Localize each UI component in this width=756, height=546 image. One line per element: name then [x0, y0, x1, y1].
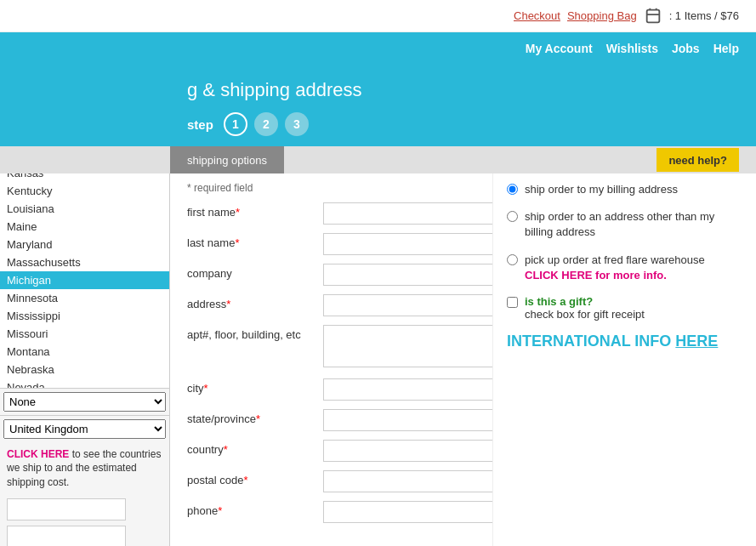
postal-input-wrap [323, 470, 492, 492]
first-name-input[interactable] [323, 202, 492, 225]
state-list-scroll[interactable]: CaliforniaColoradoConnecticutDelawareDis… [0, 173, 169, 388]
country-dropdown[interactable]: United Kingdom United States Canada Aust… [3, 419, 166, 439]
click-here-text: CLICK HERE to see the countries we ship … [0, 442, 169, 495]
svg-rect-0 [646, 9, 659, 22]
gift-heading: is this a gift? [525, 295, 645, 308]
first-name-label: first name* [187, 202, 323, 219]
radio-other-label: ship order to an address other than my b… [525, 209, 742, 240]
state-input-wrap [323, 409, 492, 431]
first-name-input-wrap [323, 202, 492, 225]
state-list-item[interactable]: Massachusetts [0, 253, 169, 271]
gift-checkbox[interactable] [507, 297, 518, 308]
gift-sub: check box for gift receipt [525, 308, 645, 321]
radio-other[interactable] [507, 211, 518, 222]
country-input[interactable] [323, 440, 492, 462]
click-here-shipping-link[interactable]: CLICK HERE [7, 448, 69, 460]
state-list-item[interactable]: Nevada [0, 378, 169, 388]
cart-icon [644, 7, 662, 26]
form-row-country: country* [187, 440, 475, 462]
phone-input[interactable] [323, 501, 492, 523]
tab-shipping[interactable]: shipping options [170, 146, 284, 173]
steps-bar: step 1 2 3 [0, 112, 756, 146]
last-name-input-wrap [323, 233, 492, 255]
state-list-item[interactable]: Minnesota [0, 289, 169, 307]
pickup-text: pick up order at fred flare warehouse [525, 253, 705, 266]
form-row-phone: phone* [187, 501, 475, 523]
address-label: address* [187, 294, 323, 310]
address-input-wrap [323, 294, 492, 316]
state-list: CaliforniaColoradoConnecticutDelawareDis… [0, 173, 169, 388]
state-list-item[interactable]: Kansas [0, 173, 169, 182]
gift-label: is this a gift? check box for gift recei… [525, 295, 645, 321]
address-input[interactable] [323, 294, 492, 316]
phone-input-left[interactable] [7, 526, 126, 546]
page-title-bar: g & shipping address [0, 65, 756, 112]
need-help-button[interactable]: need help? [657, 148, 739, 172]
postal-input[interactable] [323, 470, 492, 492]
company-label: company [187, 264, 323, 280]
state-list-item[interactable]: Missouri [0, 325, 169, 343]
state-label: state/province* [187, 409, 323, 425]
radio-pickup-label: pick up order at fred flare warehouse CL… [525, 253, 705, 283]
state-list-item[interactable]: Louisiana [0, 200, 169, 218]
form-row-state: state/province* [187, 409, 475, 431]
tab-bar: shipping options need help? [0, 146, 756, 173]
step-label: step [187, 117, 213, 132]
state-list-container: CaliforniaColoradoConnecticutDelawareDis… [0, 173, 170, 546]
form-row-firstname: first name* [187, 202, 475, 225]
country-input-wrap [323, 440, 492, 462]
radio-billing[interactable] [507, 184, 518, 195]
form-row-lastname: last name* [187, 233, 475, 255]
country-label: country* [187, 440, 323, 456]
country-dropdown-container: United Kingdom United States Canada Aust… [0, 415, 169, 442]
step-3-circle[interactable]: 3 [285, 112, 309, 136]
postal-code-input-left[interactable] [7, 498, 126, 520]
state-list-item[interactable]: Michigan [0, 271, 169, 289]
shopping-bag-link[interactable]: Shopping Bag [567, 9, 637, 22]
form-row-apt: apt#, floor, building, etc [187, 325, 475, 370]
cart-count: : 1 Items / $76 [669, 9, 739, 22]
state-dropdown-container: None [0, 388, 169, 415]
form-area: * required field first name* last name* … [170, 173, 492, 546]
last-name-required: * [235, 236, 239, 249]
intl-info-link[interactable]: HERE [675, 333, 718, 350]
state-list-item[interactable]: Montana [0, 343, 169, 361]
last-name-input[interactable] [323, 233, 492, 255]
city-input-wrap [323, 378, 492, 401]
radio-billing-label: ship order to my billing address [525, 182, 678, 197]
radio-option-billing: ship order to my billing address [507, 182, 742, 197]
phone-input-wrap [323, 501, 492, 523]
postal-required: * [244, 474, 248, 486]
city-label: city* [187, 378, 323, 395]
radio-pickup[interactable] [507, 254, 518, 265]
apt-input[interactable] [323, 325, 492, 367]
phone-required: * [218, 504, 222, 517]
state-list-item[interactable]: Maryland [0, 236, 169, 253]
postal-inputs [0, 495, 169, 546]
main-content: CaliforniaColoradoConnecticutDelawareDis… [0, 173, 756, 546]
pickup-click-here-link[interactable]: CLICK HERE for more info. [525, 269, 667, 282]
state-required: * [256, 412, 260, 425]
jobs-link[interactable]: Jobs [672, 42, 700, 55]
state-list-item[interactable]: Kentucky [0, 182, 169, 200]
apt-label: apt#, floor, building, etc [187, 325, 323, 341]
wishlists-link[interactable]: Wishlists [606, 42, 658, 55]
postal-label: postal code* [187, 470, 323, 486]
form-row-city: city* [187, 378, 475, 401]
first-name-required: * [236, 206, 240, 219]
step-2-circle[interactable]: 2 [254, 112, 278, 136]
my-account-link[interactable]: My Account [526, 42, 593, 55]
radio-option-pickup: pick up order at fred flare warehouse CL… [507, 253, 742, 283]
city-input[interactable] [323, 378, 492, 401]
state-list-item[interactable]: Maine [0, 218, 169, 236]
state-input[interactable] [323, 409, 492, 431]
step-1-circle[interactable]: 1 [224, 112, 247, 136]
company-input[interactable] [323, 264, 492, 286]
help-link[interactable]: Help [713, 42, 739, 55]
state-list-item[interactable]: Mississippi [0, 307, 169, 325]
state-province-dropdown[interactable]: None [3, 392, 166, 412]
shipping-options-panel: ship order to my billing address ship or… [492, 173, 756, 546]
state-list-item[interactable]: Nebraska [0, 361, 169, 378]
address-required: * [226, 298, 230, 310]
checkout-link[interactable]: Checkout [514, 9, 560, 22]
